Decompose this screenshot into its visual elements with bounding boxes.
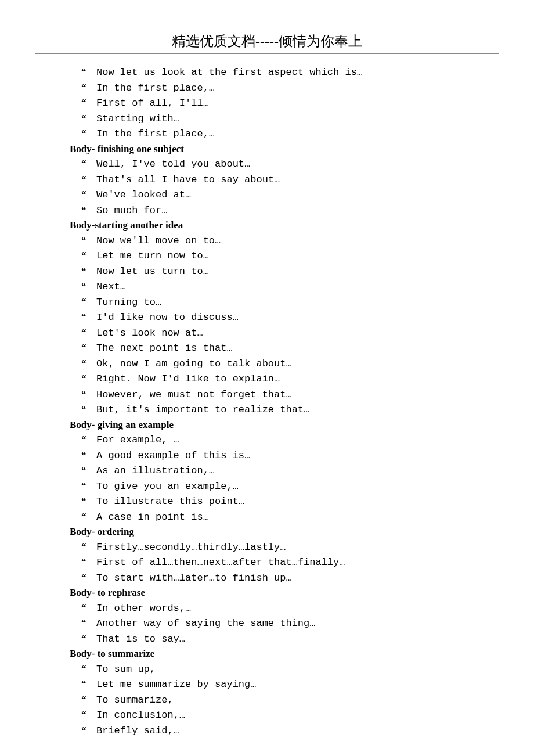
list-item: “To sum up, — [81, 661, 488, 677]
section-heading: Body-starting another idea — [70, 218, 488, 233]
list-item: “Well, I've told you about… — [81, 156, 488, 172]
list-item: “But, it's important to realize that… — [81, 402, 488, 417]
quote-mark-icon: “ — [81, 371, 96, 386]
list-item-text: However, we must not forget that… — [96, 389, 292, 400]
list-item-text: Now let us look at the first aspect whic… — [96, 67, 363, 78]
list-item-text: To start with…later…to finish up… — [96, 573, 292, 584]
list-item: “Right. Now I'd like to explain… — [81, 371, 488, 387]
list-item: “We've looked at… — [81, 187, 488, 203]
list-item-text: In the first place,… — [96, 82, 215, 93]
quote-mark-icon: “ — [81, 555, 96, 570]
list-item: “Now let us turn to… — [81, 264, 488, 279]
list-item: “To give you an example,… — [81, 478, 488, 494]
list-item: “Turning to… — [81, 294, 488, 310]
list-item-text: The next point is that… — [96, 343, 233, 354]
page-header: 精选优质文档-----倾情为你奉上 — [35, 32, 499, 51]
quote-mark-icon: “ — [81, 111, 96, 126]
list-item: “In the first place,… — [81, 80, 488, 96]
list-item: “I'd like now to discuss… — [81, 309, 488, 325]
list-item: “In other words,… — [81, 600, 488, 616]
list-item: “That's all I have to say about… — [81, 172, 488, 188]
list-item: “In conclusion,… — [81, 707, 488, 723]
list-item: “Firstly…secondly…thirdly…lastly… — [81, 539, 488, 555]
list-item-text: To sum up, — [96, 664, 156, 675]
quote-mark-icon: “ — [81, 64, 96, 80]
document-page: 精选优质文档-----倾情为你奉上 “Now let us look at th… — [0, 0, 534, 756]
list-item-text: A case in point is… — [96, 512, 209, 523]
quote-mark-icon: “ — [81, 494, 96, 509]
list-item-text: That is to say… — [96, 633, 185, 645]
quote-mark-icon: “ — [81, 402, 96, 417]
quote-mark-icon: “ — [81, 448, 96, 463]
list-item-text: Let's look now at… — [96, 327, 203, 339]
list-item: “For example, … — [81, 432, 488, 448]
list-item: “Starting with… — [81, 111, 488, 127]
list-item: “To illustrate this point… — [81, 494, 488, 509]
list-item: “As an illustration,… — [81, 463, 488, 478]
quote-mark-icon: “ — [81, 676, 96, 692]
list-item: “First of all, I'll… — [81, 95, 488, 111]
list-item-text: To give you an example,… — [96, 481, 239, 492]
list-item: “Let me summarize by saying… — [81, 676, 488, 692]
quote-mark-icon: “ — [81, 294, 96, 309]
list-item-text: So much for… — [96, 205, 167, 216]
list-item-text: First of all, I'll… — [96, 98, 209, 109]
list-item-text: For example, … — [96, 434, 179, 445]
list-item-text: To summarize, — [96, 694, 174, 705]
quote-mark-icon: “ — [81, 631, 96, 646]
quote-mark-icon: “ — [81, 172, 96, 187]
quote-mark-icon: “ — [81, 600, 96, 615]
quote-mark-icon: “ — [81, 615, 96, 631]
quote-mark-icon: “ — [81, 203, 96, 218]
quote-mark-icon: “ — [81, 356, 96, 371]
list-item-text: Now we'll move on to… — [96, 235, 221, 246]
section-heading: Body- giving an example — [70, 417, 488, 433]
list-item: “Next… — [81, 279, 488, 294]
list-item: “Ok, now I am going to talk about… — [81, 356, 488, 372]
list-item: “The next point is that… — [81, 340, 488, 356]
quote-mark-icon: “ — [81, 80, 96, 95]
list-item-text: That's all I have to say about… — [96, 174, 280, 185]
list-item-text: Now let us turn to… — [96, 266, 209, 277]
header-divider — [35, 52, 499, 54]
quote-mark-icon: “ — [81, 478, 96, 494]
quote-mark-icon: “ — [81, 309, 96, 325]
quote-mark-icon: “ — [81, 279, 96, 294]
list-item-text: Another way of saying the same thing… — [96, 618, 315, 629]
list-item-text: Let me turn now to… — [96, 250, 209, 261]
quote-mark-icon: “ — [81, 233, 96, 248]
list-item-text: To illustrate this point… — [96, 496, 244, 507]
list-item-text: Well, I've told you about… — [96, 159, 250, 170]
list-item: “A good example of this is… — [81, 448, 488, 463]
section-heading: Body- ordering — [70, 524, 488, 539]
list-item-text: Starting with… — [96, 113, 179, 124]
section-heading: Body- to summarize — [70, 646, 488, 661]
section-heading: Body- to rephrase — [70, 585, 488, 600]
list-item-text: First of all…then…next…after that…finall… — [96, 557, 345, 568]
list-item-text: A good example of this is… — [96, 450, 250, 461]
list-item: “First of all…then…next…after that…final… — [81, 555, 488, 570]
section-heading: Body- finishing one subject — [70, 142, 488, 157]
list-item: “Briefly said,… — [81, 723, 488, 739]
list-item: “A case in point is… — [81, 509, 488, 525]
quote-mark-icon: “ — [81, 156, 96, 171]
list-item: “Let me turn now to… — [81, 248, 488, 264]
quote-mark-icon: “ — [81, 723, 96, 738]
quote-mark-icon: “ — [81, 387, 96, 402]
list-item: “However, we must not forget that… — [81, 387, 488, 402]
list-item-text: In conclusion,… — [96, 710, 185, 721]
list-item-text: Ok, now I am going to talk about… — [96, 358, 292, 369]
list-item: “Another way of saying the same thing… — [81, 615, 488, 631]
quote-mark-icon: “ — [81, 325, 96, 340]
quote-mark-icon: “ — [81, 264, 96, 279]
list-item-text: Next… — [96, 281, 126, 292]
list-item-text: We've looked at… — [96, 189, 191, 200]
quote-mark-icon: “ — [81, 661, 96, 676]
quote-mark-icon: “ — [81, 187, 96, 202]
list-item-text: Let me summarize by saying… — [96, 679, 256, 690]
list-item: “That is to say… — [81, 631, 488, 647]
list-item: “Now we'll move on to… — [81, 233, 488, 249]
list-item-text: I'd like now to discuss… — [96, 312, 239, 323]
list-item-text: Briefly said,… — [96, 725, 179, 736]
quote-mark-icon: “ — [81, 463, 96, 478]
